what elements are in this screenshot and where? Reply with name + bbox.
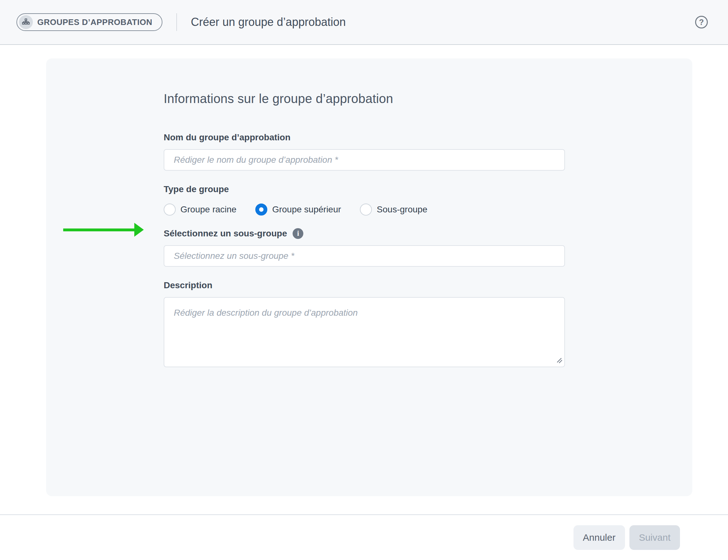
radio-groupe-superieur[interactable]: Groupe supérieur — [255, 204, 341, 216]
topbar-divider — [176, 13, 177, 31]
group-name-input[interactable] — [164, 149, 565, 171]
form-card: Informations sur le groupe d’approbation… — [46, 58, 692, 496]
radio-checked-icon[interactable] — [255, 204, 267, 216]
top-bar: GROUPES D’APPROBATION Créer un groupe d’… — [0, 0, 728, 45]
page-title: Créer un groupe d’approbation — [191, 15, 346, 29]
radio-sous-groupe[interactable]: Sous-groupe — [360, 204, 427, 216]
form-heading: Informations sur le groupe d’approbation — [164, 91, 565, 106]
radio-unchecked-icon[interactable] — [360, 204, 372, 216]
main-content: Informations sur le groupe d’approbation… — [0, 45, 728, 514]
breadcrumb-label: GROUPES D’APPROBATION — [37, 17, 152, 27]
footer-bar: Annuler Suivant — [0, 514, 728, 560]
description-field-label: Description — [164, 280, 565, 291]
info-icon[interactable]: i — [293, 228, 303, 239]
type-field-label: Type de groupe — [164, 184, 565, 195]
help-icon[interactable]: ? — [695, 16, 708, 28]
radio-groupe-racine[interactable]: Groupe racine — [164, 204, 236, 216]
subgroup-field-label: Sélectionnez un sous-groupe i — [164, 228, 565, 239]
description-textarea[interactable] — [164, 297, 565, 367]
cancel-button[interactable]: Annuler — [573, 525, 625, 550]
annotation-arrow-icon — [63, 223, 144, 237]
create-approval-group-page: GROUPES D’APPROBATION Créer un groupe d’… — [0, 0, 728, 560]
subgroup-select-input[interactable] — [164, 245, 565, 267]
radio-unchecked-icon[interactable] — [164, 204, 176, 216]
hierarchy-icon — [19, 15, 33, 29]
next-button[interactable]: Suivant — [629, 525, 680, 550]
name-field-label: Nom du groupe d’approbation — [164, 132, 565, 143]
breadcrumb-approval-groups-badge[interactable]: GROUPES D’APPROBATION — [16, 13, 162, 31]
group-type-radio-group: Groupe racine Groupe supérieur Sous-grou… — [164, 204, 565, 216]
